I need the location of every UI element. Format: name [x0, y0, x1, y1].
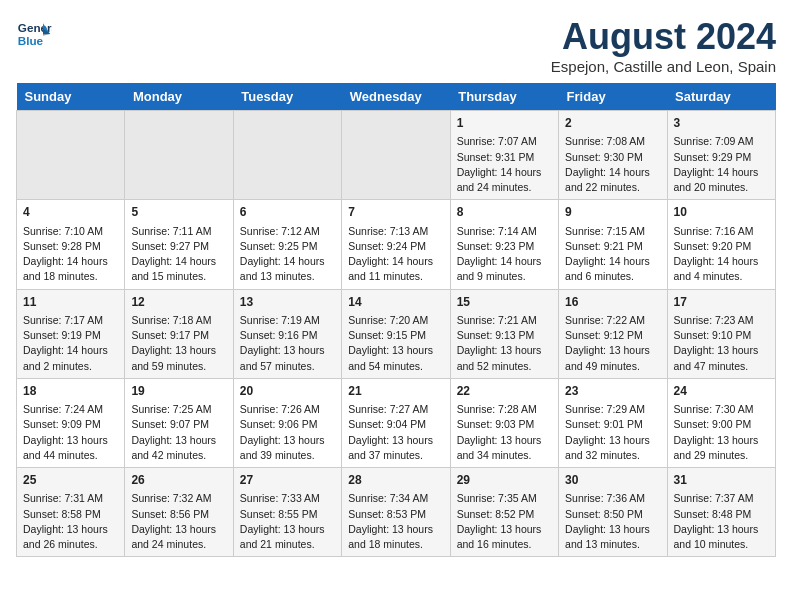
day-content: Daylight: 14 hours: [674, 165, 769, 180]
day-number: 27: [240, 472, 335, 489]
day-content: Sunrise: 7:09 AM: [674, 134, 769, 149]
day-content: Sunrise: 7:17 AM: [23, 313, 118, 328]
day-content: Sunset: 9:04 PM: [348, 417, 443, 432]
day-content: Sunset: 9:27 PM: [131, 239, 226, 254]
day-content: Sunset: 9:01 PM: [565, 417, 660, 432]
day-content: Sunset: 8:53 PM: [348, 507, 443, 522]
day-number: 28: [348, 472, 443, 489]
day-content: Sunset: 9:00 PM: [674, 417, 769, 432]
calendar-cell: 6Sunrise: 7:12 AMSunset: 9:25 PMDaylight…: [233, 200, 341, 289]
day-content: Daylight: 14 hours: [23, 254, 118, 269]
day-content: Sunrise: 7:32 AM: [131, 491, 226, 506]
day-content: Daylight: 13 hours: [348, 433, 443, 448]
calendar-week-row: 1Sunrise: 7:07 AMSunset: 9:31 PMDaylight…: [17, 111, 776, 200]
calendar-cell: 27Sunrise: 7:33 AMSunset: 8:55 PMDayligh…: [233, 468, 341, 557]
day-content: Sunset: 9:20 PM: [674, 239, 769, 254]
logo-icon: General Blue: [16, 16, 52, 52]
calendar-cell: 19Sunrise: 7:25 AMSunset: 9:07 PMDayligh…: [125, 378, 233, 467]
day-content: Daylight: 13 hours: [457, 433, 552, 448]
calendar-cell: 24Sunrise: 7:30 AMSunset: 9:00 PMDayligh…: [667, 378, 775, 467]
calendar-cell: 8Sunrise: 7:14 AMSunset: 9:23 PMDaylight…: [450, 200, 558, 289]
day-content: Sunrise: 7:33 AM: [240, 491, 335, 506]
calendar-cell: 25Sunrise: 7:31 AMSunset: 8:58 PMDayligh…: [17, 468, 125, 557]
day-number: 17: [674, 294, 769, 311]
day-content: Daylight: 13 hours: [674, 522, 769, 537]
day-number: 7: [348, 204, 443, 221]
day-content: Sunset: 8:52 PM: [457, 507, 552, 522]
day-content: Daylight: 13 hours: [565, 433, 660, 448]
day-content: and 22 minutes.: [565, 180, 660, 195]
day-number: 26: [131, 472, 226, 489]
day-content: Sunrise: 7:19 AM: [240, 313, 335, 328]
day-content: Sunrise: 7:36 AM: [565, 491, 660, 506]
weekday-header-friday: Friday: [559, 83, 667, 111]
calendar-cell: 11Sunrise: 7:17 AMSunset: 9:19 PMDayligh…: [17, 289, 125, 378]
day-content: Sunrise: 7:28 AM: [457, 402, 552, 417]
day-number: 3: [674, 115, 769, 132]
day-content: Daylight: 13 hours: [240, 522, 335, 537]
day-number: 1: [457, 115, 552, 132]
calendar-cell: 31Sunrise: 7:37 AMSunset: 8:48 PMDayligh…: [667, 468, 775, 557]
day-content: Sunset: 9:28 PM: [23, 239, 118, 254]
day-number: 11: [23, 294, 118, 311]
day-content: Sunrise: 7:30 AM: [674, 402, 769, 417]
weekday-header-wednesday: Wednesday: [342, 83, 450, 111]
calendar-cell: 7Sunrise: 7:13 AMSunset: 9:24 PMDaylight…: [342, 200, 450, 289]
day-content: Daylight: 13 hours: [674, 343, 769, 358]
day-number: 31: [674, 472, 769, 489]
day-number: 2: [565, 115, 660, 132]
day-content: and 11 minutes.: [348, 269, 443, 284]
day-content: Sunrise: 7:24 AM: [23, 402, 118, 417]
day-content: and 47 minutes.: [674, 359, 769, 374]
day-content: Sunset: 9:13 PM: [457, 328, 552, 343]
day-content: Sunset: 9:07 PM: [131, 417, 226, 432]
weekday-header-saturday: Saturday: [667, 83, 775, 111]
calendar-cell: 29Sunrise: 7:35 AMSunset: 8:52 PMDayligh…: [450, 468, 558, 557]
day-content: and 26 minutes.: [23, 537, 118, 552]
day-content: Sunrise: 7:29 AM: [565, 402, 660, 417]
day-content: Sunset: 9:06 PM: [240, 417, 335, 432]
calendar-table: SundayMondayTuesdayWednesdayThursdayFrid…: [16, 83, 776, 557]
calendar-cell: 22Sunrise: 7:28 AMSunset: 9:03 PMDayligh…: [450, 378, 558, 467]
day-content: Daylight: 14 hours: [674, 254, 769, 269]
day-content: Daylight: 14 hours: [457, 254, 552, 269]
day-content: Sunrise: 7:08 AM: [565, 134, 660, 149]
day-content: Sunrise: 7:15 AM: [565, 224, 660, 239]
weekday-header-sunday: Sunday: [17, 83, 125, 111]
calendar-cell: 15Sunrise: 7:21 AMSunset: 9:13 PMDayligh…: [450, 289, 558, 378]
day-content: and 24 minutes.: [457, 180, 552, 195]
day-content: Sunset: 9:16 PM: [240, 328, 335, 343]
day-content: Daylight: 13 hours: [23, 522, 118, 537]
calendar-cell: 13Sunrise: 7:19 AMSunset: 9:16 PMDayligh…: [233, 289, 341, 378]
calendar-cell: 20Sunrise: 7:26 AMSunset: 9:06 PMDayligh…: [233, 378, 341, 467]
title-block: August 2024 Espejon, Castille and Leon, …: [551, 16, 776, 75]
calendar-cell: [342, 111, 450, 200]
day-content: Sunset: 9:15 PM: [348, 328, 443, 343]
day-content: Daylight: 13 hours: [457, 343, 552, 358]
day-content: Sunset: 9:09 PM: [23, 417, 118, 432]
day-content: and 10 minutes.: [674, 537, 769, 552]
day-content: Sunrise: 7:37 AM: [674, 491, 769, 506]
day-content: Sunrise: 7:23 AM: [674, 313, 769, 328]
weekday-header-monday: Monday: [125, 83, 233, 111]
day-content: Daylight: 13 hours: [348, 343, 443, 358]
day-content: and 42 minutes.: [131, 448, 226, 463]
day-number: 19: [131, 383, 226, 400]
day-content: Sunrise: 7:25 AM: [131, 402, 226, 417]
day-content: and 39 minutes.: [240, 448, 335, 463]
day-content: Sunset: 9:03 PM: [457, 417, 552, 432]
day-content: Sunrise: 7:35 AM: [457, 491, 552, 506]
weekday-header-tuesday: Tuesday: [233, 83, 341, 111]
day-number: 29: [457, 472, 552, 489]
logo: General Blue: [16, 16, 52, 52]
calendar-cell: 4Sunrise: 7:10 AMSunset: 9:28 PMDaylight…: [17, 200, 125, 289]
day-number: 20: [240, 383, 335, 400]
weekday-header-row: SundayMondayTuesdayWednesdayThursdayFrid…: [17, 83, 776, 111]
day-content: Daylight: 14 hours: [348, 254, 443, 269]
day-content: Daylight: 13 hours: [131, 343, 226, 358]
calendar-cell: [233, 111, 341, 200]
calendar-cell: 14Sunrise: 7:20 AMSunset: 9:15 PMDayligh…: [342, 289, 450, 378]
day-number: 16: [565, 294, 660, 311]
day-content: Daylight: 13 hours: [348, 522, 443, 537]
day-content: and 2 minutes.: [23, 359, 118, 374]
